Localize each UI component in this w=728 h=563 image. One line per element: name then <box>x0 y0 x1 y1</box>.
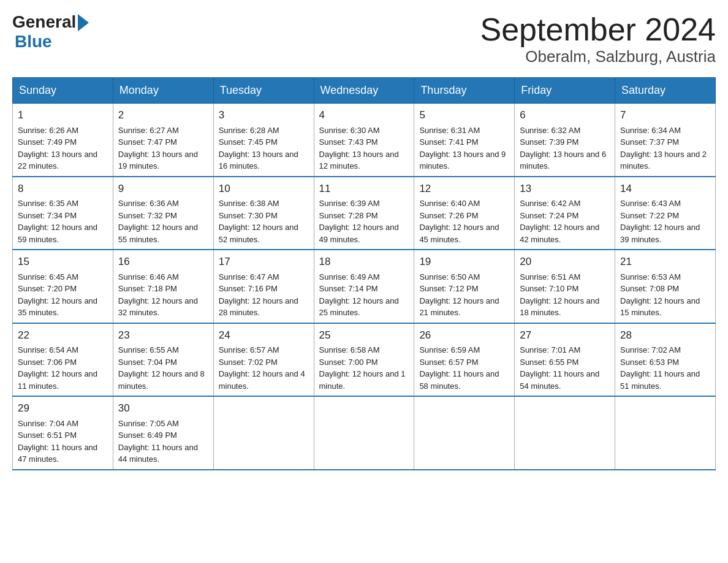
day-info: Sunrise: 6:46 AMSunset: 7:18 PMDaylight:… <box>118 271 208 319</box>
calendar-cell <box>615 396 716 470</box>
calendar-cell: 20Sunrise: 6:51 AMSunset: 7:10 PMDayligh… <box>515 250 615 323</box>
calendar-cell: 14Sunrise: 6:43 AMSunset: 7:22 PMDayligh… <box>615 177 716 250</box>
calendar-cell: 9Sunrise: 6:36 AMSunset: 7:32 PMDaylight… <box>113 177 213 250</box>
day-info: Sunrise: 6:39 AMSunset: 7:28 PMDaylight:… <box>319 197 409 245</box>
day-info: Sunrise: 6:53 AMSunset: 7:08 PMDaylight:… <box>620 271 710 319</box>
calendar-cell <box>213 396 314 470</box>
calendar-day-header: Wednesday <box>314 78 414 104</box>
day-info: Sunrise: 6:54 AMSunset: 7:06 PMDaylight:… <box>18 344 108 392</box>
day-number: 18 <box>319 254 409 270</box>
calendar-cell: 13Sunrise: 6:42 AMSunset: 7:24 PMDayligh… <box>515 177 615 250</box>
calendar-cell: 6Sunrise: 6:32 AMSunset: 7:39 PMDaylight… <box>515 104 615 177</box>
day-number: 4 <box>319 107 409 123</box>
calendar-cell: 15Sunrise: 6:45 AMSunset: 7:20 PMDayligh… <box>13 250 113 323</box>
calendar-cell: 1Sunrise: 6:26 AMSunset: 7:49 PMDaylight… <box>13 104 113 177</box>
day-info: Sunrise: 6:45 AMSunset: 7:20 PMDaylight:… <box>18 271 108 319</box>
page-header: General Blue September 2024 Oberalm, Sal… <box>12 12 716 66</box>
calendar-week-row: 8Sunrise: 6:35 AMSunset: 7:34 PMDaylight… <box>13 177 716 250</box>
calendar-week-row: 22Sunrise: 6:54 AMSunset: 7:06 PMDayligh… <box>13 323 716 397</box>
calendar-title: September 2024 <box>480 12 716 47</box>
title-block: September 2024 Oberalm, Salzburg, Austri… <box>480 12 716 66</box>
day-info: Sunrise: 6:32 AMSunset: 7:39 PMDaylight:… <box>520 124 610 172</box>
calendar-cell: 22Sunrise: 6:54 AMSunset: 7:06 PMDayligh… <box>13 323 113 397</box>
day-info: Sunrise: 6:59 AMSunset: 6:57 PMDaylight:… <box>419 344 509 392</box>
day-info: Sunrise: 6:58 AMSunset: 7:00 PMDaylight:… <box>319 344 409 392</box>
calendar-table: SundayMondayTuesdayWednesdayThursdayFrid… <box>12 77 716 470</box>
calendar-cell: 18Sunrise: 6:49 AMSunset: 7:14 PMDayligh… <box>314 250 414 323</box>
calendar-week-row: 1Sunrise: 6:26 AMSunset: 7:49 PMDaylight… <box>13 104 716 177</box>
calendar-cell: 29Sunrise: 7:04 AMSunset: 6:51 PMDayligh… <box>13 396 113 470</box>
day-info: Sunrise: 6:43 AMSunset: 7:22 PMDaylight:… <box>620 197 710 245</box>
calendar-cell: 11Sunrise: 6:39 AMSunset: 7:28 PMDayligh… <box>314 177 414 250</box>
calendar-cell: 4Sunrise: 6:30 AMSunset: 7:43 PMDaylight… <box>314 104 414 177</box>
day-number: 20 <box>520 254 610 270</box>
calendar-cell: 3Sunrise: 6:28 AMSunset: 7:45 PMDaylight… <box>213 104 314 177</box>
day-number: 8 <box>18 181 108 197</box>
calendar-cell: 19Sunrise: 6:50 AMSunset: 7:12 PMDayligh… <box>414 250 515 323</box>
calendar-day-header: Friday <box>515 78 615 104</box>
calendar-cell: 7Sunrise: 6:34 AMSunset: 7:37 PMDaylight… <box>615 104 716 177</box>
calendar-day-header: Sunday <box>13 78 113 104</box>
calendar-day-header: Saturday <box>615 78 716 104</box>
calendar-week-row: 15Sunrise: 6:45 AMSunset: 7:20 PMDayligh… <box>13 250 716 323</box>
calendar-cell: 24Sunrise: 6:57 AMSunset: 7:02 PMDayligh… <box>213 323 314 397</box>
day-number: 3 <box>219 107 309 123</box>
day-number: 28 <box>620 327 710 343</box>
calendar-cell: 25Sunrise: 6:58 AMSunset: 7:00 PMDayligh… <box>314 323 414 397</box>
day-info: Sunrise: 6:26 AMSunset: 7:49 PMDaylight:… <box>18 124 108 172</box>
day-info: Sunrise: 6:31 AMSunset: 7:41 PMDaylight:… <box>419 124 509 172</box>
day-info: Sunrise: 6:47 AMSunset: 7:16 PMDaylight:… <box>219 271 309 319</box>
day-info: Sunrise: 6:34 AMSunset: 7:37 PMDaylight:… <box>620 124 710 172</box>
day-number: 26 <box>419 327 509 343</box>
day-info: Sunrise: 6:30 AMSunset: 7:43 PMDaylight:… <box>319 124 409 172</box>
day-info: Sunrise: 7:01 AMSunset: 6:55 PMDaylight:… <box>520 344 610 392</box>
calendar-cell: 30Sunrise: 7:05 AMSunset: 6:49 PMDayligh… <box>113 396 213 470</box>
logo-blue-text: Blue <box>15 32 52 52</box>
calendar-cell: 10Sunrise: 6:38 AMSunset: 7:30 PMDayligh… <box>213 177 314 250</box>
calendar-day-header: Thursday <box>414 78 515 104</box>
calendar-cell: 27Sunrise: 7:01 AMSunset: 6:55 PMDayligh… <box>515 323 615 397</box>
calendar-cell: 2Sunrise: 6:27 AMSunset: 7:47 PMDaylight… <box>113 104 213 177</box>
day-number: 19 <box>419 254 509 270</box>
day-info: Sunrise: 6:35 AMSunset: 7:34 PMDaylight:… <box>18 197 108 245</box>
day-info: Sunrise: 6:27 AMSunset: 7:47 PMDaylight:… <box>118 124 208 172</box>
day-info: Sunrise: 6:42 AMSunset: 7:24 PMDaylight:… <box>520 197 610 245</box>
day-number: 22 <box>18 327 108 343</box>
day-number: 7 <box>620 107 710 123</box>
day-info: Sunrise: 7:04 AMSunset: 6:51 PMDaylight:… <box>18 418 108 465</box>
day-number: 2 <box>118 107 208 123</box>
day-number: 29 <box>18 400 108 416</box>
day-info: Sunrise: 6:28 AMSunset: 7:45 PMDaylight:… <box>219 124 309 172</box>
calendar-cell: 8Sunrise: 6:35 AMSunset: 7:34 PMDaylight… <box>13 177 113 250</box>
day-info: Sunrise: 7:05 AMSunset: 6:49 PMDaylight:… <box>118 418 208 465</box>
calendar-week-row: 29Sunrise: 7:04 AMSunset: 6:51 PMDayligh… <box>13 396 716 470</box>
calendar-cell <box>314 396 414 470</box>
day-number: 24 <box>219 327 309 343</box>
day-number: 14 <box>620 181 710 197</box>
calendar-cell: 12Sunrise: 6:40 AMSunset: 7:26 PMDayligh… <box>414 177 515 250</box>
day-info: Sunrise: 6:36 AMSunset: 7:32 PMDaylight:… <box>118 197 208 245</box>
calendar-day-header: Tuesday <box>213 78 314 104</box>
day-number: 12 <box>419 181 509 197</box>
calendar-subtitle: Oberalm, Salzburg, Austria <box>480 47 716 66</box>
day-number: 11 <box>319 181 409 197</box>
day-number: 13 <box>520 181 610 197</box>
day-number: 6 <box>520 107 610 123</box>
day-number: 23 <box>118 327 208 343</box>
day-info: Sunrise: 6:55 AMSunset: 7:04 PMDaylight:… <box>118 344 208 392</box>
day-number: 5 <box>419 107 509 123</box>
logo-arrow-icon <box>78 14 89 31</box>
day-info: Sunrise: 6:40 AMSunset: 7:26 PMDaylight:… <box>419 197 509 245</box>
day-number: 9 <box>118 181 208 197</box>
calendar-cell: 5Sunrise: 6:31 AMSunset: 7:41 PMDaylight… <box>414 104 515 177</box>
day-info: Sunrise: 6:49 AMSunset: 7:14 PMDaylight:… <box>319 271 409 319</box>
logo: General Blue <box>12 12 89 52</box>
calendar-day-header: Monday <box>113 78 213 104</box>
day-number: 17 <box>219 254 309 270</box>
calendar-header-row: SundayMondayTuesdayWednesdayThursdayFrid… <box>13 78 716 104</box>
calendar-cell <box>515 396 615 470</box>
calendar-cell <box>414 396 515 470</box>
calendar-cell: 16Sunrise: 6:46 AMSunset: 7:18 PMDayligh… <box>113 250 213 323</box>
day-number: 25 <box>319 327 409 343</box>
day-number: 21 <box>620 254 710 270</box>
